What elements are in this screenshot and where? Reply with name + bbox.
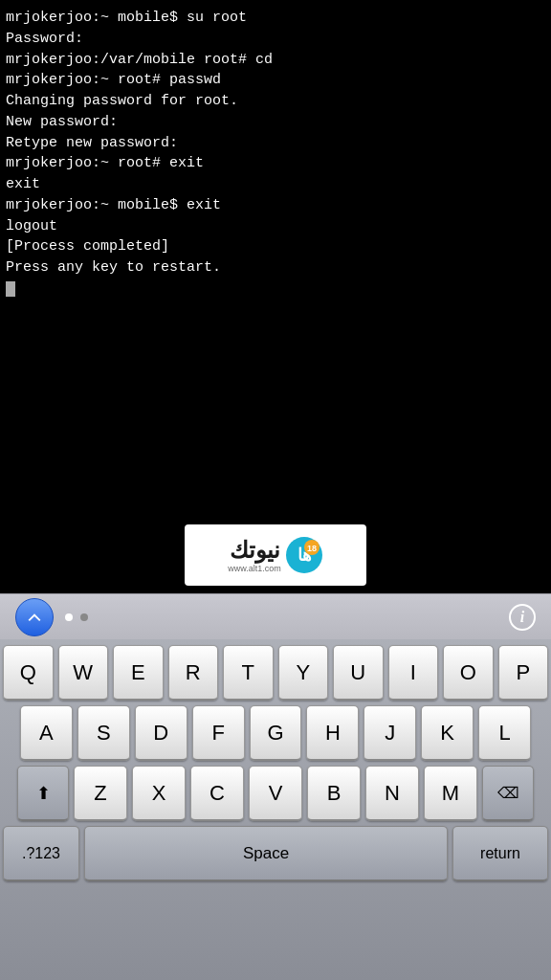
keyboard-row-4: .?123Spacereturn bbox=[3, 826, 548, 881]
keyboard: QWERTYUIOP ASDFGHJKL ⬆ZXCVBNM⌫ .?123Spac… bbox=[0, 639, 551, 980]
terminal-output: mrjokerjoo:~ mobile$ su root Password: m… bbox=[0, 0, 551, 517]
key-c[interactable]: C bbox=[190, 766, 244, 821]
info-button[interactable]: i bbox=[509, 604, 536, 631]
numbers-key[interactable]: .?123 bbox=[3, 826, 79, 881]
key-x[interactable]: X bbox=[132, 766, 186, 821]
svg-text:18: 18 bbox=[307, 544, 317, 553]
key-k[interactable]: K bbox=[421, 705, 474, 761]
key-m[interactable]: M bbox=[424, 766, 477, 821]
key-y[interactable]: Y bbox=[278, 645, 329, 701]
scroll-up-button[interactable] bbox=[15, 598, 54, 636]
key-i[interactable]: I bbox=[388, 645, 439, 701]
key-g[interactable]: G bbox=[250, 705, 302, 761]
key-p[interactable]: P bbox=[498, 645, 549, 701]
dot-1 bbox=[65, 613, 73, 621]
toolbar-left bbox=[15, 598, 88, 636]
key-e[interactable]: E bbox=[113, 645, 164, 701]
logo-box: ها 18 نيوتك www.alt1.com bbox=[185, 524, 366, 586]
key-z[interactable]: Z bbox=[74, 766, 127, 821]
dot-2 bbox=[80, 613, 88, 621]
logo-icon: ها 18 bbox=[285, 536, 323, 574]
key-n[interactable]: N bbox=[365, 766, 419, 821]
logo-area: ها 18 نيوتك www.alt1.com bbox=[0, 517, 551, 593]
key-s[interactable]: S bbox=[77, 705, 130, 761]
key-h[interactable]: H bbox=[306, 705, 359, 761]
chevron-up-icon bbox=[24, 607, 45, 628]
key-u[interactable]: U bbox=[333, 645, 384, 701]
key-t[interactable]: T bbox=[223, 645, 274, 701]
key-v[interactable]: V bbox=[249, 766, 302, 821]
key-b[interactable]: B bbox=[307, 766, 361, 821]
delete-key[interactable]: ⌫ bbox=[482, 766, 534, 821]
cursor bbox=[6, 281, 15, 297]
keyboard-row-1: QWERTYUIOP bbox=[3, 645, 548, 701]
key-a[interactable]: A bbox=[20, 705, 73, 761]
key-j[interactable]: J bbox=[364, 705, 416, 761]
logo-url: www.alt1.com bbox=[228, 564, 281, 573]
key-d[interactable]: D bbox=[135, 705, 187, 761]
key-l[interactable]: L bbox=[478, 705, 531, 761]
page-dots bbox=[65, 613, 88, 621]
return-key[interactable]: return bbox=[452, 826, 548, 881]
key-o[interactable]: O bbox=[443, 645, 494, 701]
key-q[interactable]: Q bbox=[3, 645, 54, 701]
keyboard-row-2: ASDFGHJKL bbox=[3, 705, 548, 761]
shift-key[interactable]: ⬆ bbox=[17, 766, 69, 821]
key-w[interactable]: W bbox=[58, 645, 109, 701]
space-key[interactable]: Space bbox=[84, 826, 448, 881]
key-r[interactable]: R bbox=[168, 645, 219, 701]
keyboard-row-3: ⬆ZXCVBNM⌫ bbox=[3, 766, 548, 821]
logo-main-text: نيوتك bbox=[228, 537, 281, 564]
key-f[interactable]: F bbox=[192, 705, 245, 761]
toolbar: i bbox=[0, 593, 551, 639]
